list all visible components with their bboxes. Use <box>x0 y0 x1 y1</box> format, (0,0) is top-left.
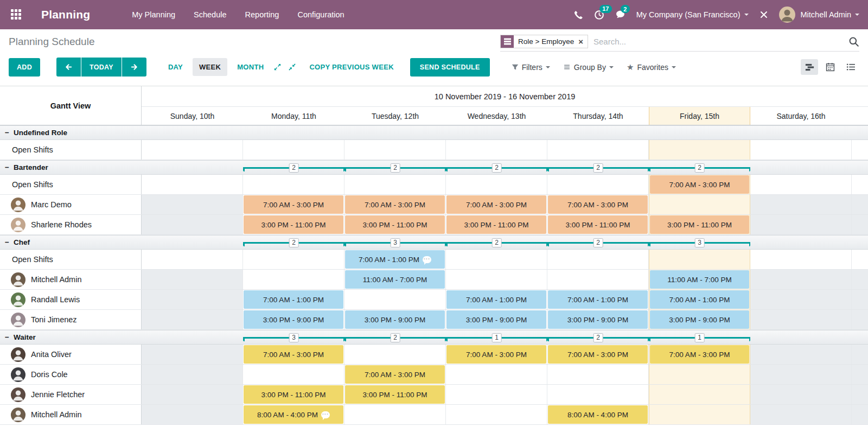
gantt-cell[interactable] <box>649 405 750 424</box>
shift-pill[interactable]: 3:00 PM - 9:00 PM <box>548 310 648 329</box>
gantt-cell[interactable]: 7:00 AM - 3:00 PM <box>547 195 649 214</box>
gantt-cell[interactable]: 3:00 PM - 9:00 PM <box>344 310 446 329</box>
gantt-cell[interactable]: 3:00 PM - 11:00 PM <box>243 215 344 234</box>
gantt-cell[interactable] <box>649 250 750 269</box>
shift-pill[interactable]: 7:00 AM - 3:00 PM <box>650 175 749 194</box>
gantt-cell[interactable] <box>750 250 852 269</box>
expand-rows-icon[interactable] <box>270 60 285 74</box>
shift-pill[interactable]: 3:00 PM - 9:00 PM <box>446 310 546 329</box>
group-row-undefined-role[interactable]: −Undefined Role <box>0 125 868 140</box>
gantt-cell[interactable]: 8:00 AM - 4:00 PM <box>547 405 649 424</box>
gantt-cell[interactable] <box>142 310 243 329</box>
menu-configuration[interactable]: Configuration <box>290 6 351 23</box>
gantt-cell[interactable] <box>547 270 649 289</box>
shift-pill[interactable]: 7:00 AM - 1:00 PM <box>345 250 445 269</box>
gantt-cell[interactable] <box>649 195 750 214</box>
gantt-cell[interactable] <box>142 385 243 404</box>
gantt-cell[interactable] <box>344 345 446 364</box>
gantt-cell[interactable] <box>142 345 243 364</box>
gantt-cell[interactable]: 3:00 PM - 11:00 PM <box>446 215 547 234</box>
shift-pill[interactable]: 7:00 AM - 3:00 PM <box>446 195 546 214</box>
gantt-cell[interactable] <box>446 405 547 424</box>
gantt-cell[interactable] <box>344 175 446 194</box>
gantt-cell[interactable] <box>547 175 649 194</box>
gantt-cell[interactable]: 3:00 PM - 9:00 PM <box>649 310 750 329</box>
gantt-cell[interactable] <box>142 365 243 384</box>
gantt-cell[interactable] <box>243 140 344 160</box>
collapse-rows-icon[interactable] <box>285 60 299 74</box>
gantt-cell[interactable] <box>750 270 852 289</box>
gantt-cell[interactable]: 3:00 PM - 9:00 PM <box>547 310 649 329</box>
group-row-waiter[interactable]: −Waiter32121 <box>0 330 868 345</box>
gantt-cell[interactable] <box>344 290 446 309</box>
shift-pill[interactable]: 7:00 AM - 3:00 PM <box>650 345 749 364</box>
gantt-cell[interactable]: 7:00 AM - 1:00 PM <box>344 250 446 269</box>
shift-pill[interactable]: 7:00 AM - 3:00 PM <box>345 365 445 384</box>
phone-icon[interactable] <box>574 10 583 20</box>
gantt-cell[interactable]: 7:00 AM - 1:00 PM <box>243 290 344 309</box>
gantt-cell[interactable]: 7:00 AM - 3:00 PM <box>344 195 446 214</box>
gantt-cell[interactable] <box>243 270 344 289</box>
gantt-view-button[interactable] <box>801 59 818 75</box>
gantt-cell[interactable]: 7:00 AM - 1:00 PM <box>446 290 547 309</box>
activity-clock-icon[interactable]: 17 <box>594 10 604 20</box>
shift-pill[interactable]: 3:00 PM - 11:00 PM <box>548 215 648 234</box>
scale-week[interactable]: WEEK <box>193 58 227 76</box>
company-switcher[interactable]: My Company (San Francisco) <box>636 10 749 19</box>
gantt-cell[interactable] <box>243 250 344 269</box>
apps-menu-icon[interactable] <box>11 9 22 20</box>
shift-pill[interactable]: 7:00 AM - 3:00 PM <box>345 195 445 214</box>
shift-pill[interactable]: 11:00 AM - 7:00 PM <box>345 270 445 289</box>
today-button[interactable]: TODAY <box>81 58 122 77</box>
gantt-cell[interactable]: 3:00 PM - 11:00 PM <box>547 215 649 234</box>
gantt-cell[interactable] <box>750 345 852 364</box>
shift-pill[interactable]: 11:00 AM - 7:00 PM <box>650 270 749 289</box>
group-row-chef[interactable]: −Chef23223 <box>0 235 868 250</box>
shift-pill[interactable]: 3:00 PM - 11:00 PM <box>244 385 343 404</box>
gantt-cell[interactable] <box>142 270 243 289</box>
gantt-cell[interactable]: 3:00 PM - 11:00 PM <box>243 385 344 404</box>
gantt-cell[interactable]: 3:00 PM - 9:00 PM <box>243 310 344 329</box>
gantt-cell[interactable]: 7:00 AM - 3:00 PM <box>446 345 547 364</box>
gantt-cell[interactable] <box>142 195 243 214</box>
gantt-cell[interactable] <box>750 365 852 384</box>
gantt-cell[interactable]: 11:00 AM - 7:00 PM <box>344 270 446 289</box>
menu-reporting[interactable]: Reporting <box>238 6 286 23</box>
add-button[interactable]: ADD <box>9 58 40 77</box>
gantt-cell[interactable] <box>547 140 649 160</box>
gantt-cell[interactable]: 3:00 PM - 11:00 PM <box>344 215 446 234</box>
shift-pill[interactable]: 7:00 AM - 3:00 PM <box>548 195 648 214</box>
shift-pill[interactable]: 8:00 AM - 4:00 PM <box>244 405 343 424</box>
shift-pill[interactable]: 3:00 PM - 11:00 PM <box>345 385 445 404</box>
gantt-cell[interactable] <box>142 175 243 194</box>
gantt-cell[interactable]: 3:00 PM - 11:00 PM <box>344 385 446 404</box>
gantt-cell[interactable] <box>750 290 852 309</box>
gantt-cell[interactable] <box>344 405 446 424</box>
shift-pill[interactable]: 7:00 AM - 3:00 PM <box>446 345 546 364</box>
gantt-cell[interactable]: 3:00 PM - 9:00 PM <box>446 310 547 329</box>
gantt-cell[interactable] <box>750 215 852 234</box>
facet-remove-icon[interactable]: × <box>576 35 588 48</box>
shift-pill[interactable]: 7:00 AM - 3:00 PM <box>244 195 343 214</box>
developer-tools-icon[interactable] <box>760 10 768 19</box>
shift-pill[interactable]: 7:00 AM - 3:00 PM <box>244 345 343 364</box>
gantt-cell[interactable]: 7:00 AM - 1:00 PM <box>547 290 649 309</box>
gantt-cell[interactable] <box>446 175 547 194</box>
gantt-cell[interactable] <box>142 290 243 309</box>
gantt-cell[interactable] <box>547 250 649 269</box>
shift-pill[interactable]: 3:00 PM - 11:00 PM <box>244 215 343 234</box>
gantt-cell[interactable] <box>142 140 243 160</box>
scale-month[interactable]: MONTH <box>231 58 270 76</box>
shift-pill[interactable]: 7:00 AM - 3:00 PM <box>548 345 648 364</box>
send-schedule-button[interactable]: SEND SCHEDULE <box>410 58 490 77</box>
gantt-cell[interactable] <box>446 270 547 289</box>
filters-dropdown[interactable]: Filters <box>512 63 550 72</box>
gantt-cell[interactable] <box>750 405 852 424</box>
gantt-cell[interactable] <box>446 365 547 384</box>
app-name[interactable]: Planning <box>41 8 90 21</box>
gantt-cell[interactable] <box>649 385 750 404</box>
shift-pill[interactable]: 7:00 AM - 1:00 PM <box>650 290 749 309</box>
favorites-dropdown[interactable]: ★ Favorites <box>627 63 676 72</box>
list-view-button[interactable] <box>842 59 859 75</box>
copy-previous-week-button[interactable]: COPY PREVIOUS WEEK <box>309 63 393 71</box>
